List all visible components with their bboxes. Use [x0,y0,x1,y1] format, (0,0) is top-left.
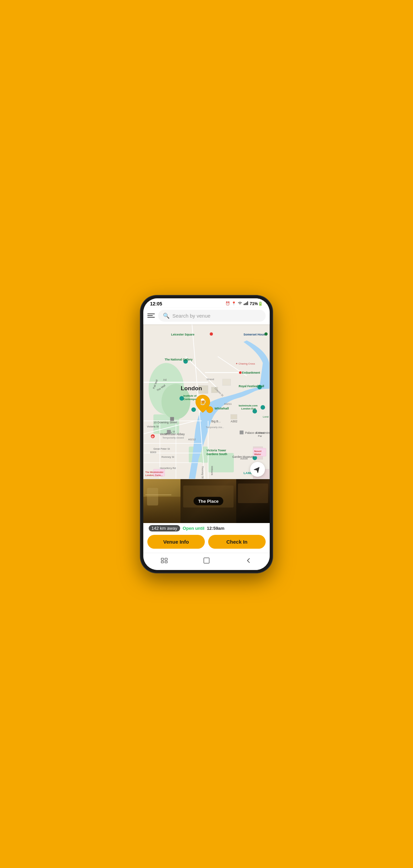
svg-text:Big B...: Big B... [211,420,221,423]
open-label: Open until [183,526,204,531]
bottom-nav-bar [143,553,270,570]
venue-info-button[interactable]: Venue Info [147,535,205,549]
venue-actions: Venue Info Check In [143,532,270,553]
svg-text:Great Peter St: Great Peter St [153,447,170,450]
svg-point-47 [210,332,213,336]
svg-rect-0 [244,304,245,305]
svg-text:⊖: ⊖ [151,435,154,438]
status-time: 12:05 [150,301,162,306]
svg-text:10 Downing Street: 10 Downing Street [153,421,177,424]
svg-text:Victoria Tower: Victoria Tower [206,449,226,452]
status-icons: ⏰ 📍 71%🔋 [225,301,263,306]
search-bar[interactable]: 🔍 Search by venue [143,308,270,324]
svg-text:Westminster Abbey: Westminster Abbey [160,432,185,436]
svg-marker-95 [254,466,261,473]
phone-frame: 12:05 ⏰ 📍 [141,296,272,573]
signal-icon [244,301,248,306]
search-placeholder: Search by venue [172,313,211,319]
venue-meta-row: 142 km away Open until 12:59am [143,523,270,532]
open-time: 12:59am [207,526,224,531]
svg-text:Millbank: Millbank [211,466,214,475]
svg-text:lastminute.com: lastminute.com [239,404,258,407]
svg-text:✦ Charing Cross: ✦ Charing Cross [236,362,255,365]
svg-text:Gardens South: Gardens South [206,452,227,456]
svg-rect-96 [161,558,164,560]
svg-rect-26 [230,414,237,419]
svg-rect-78 [240,430,243,434]
svg-text:Temporarily closed: Temporarily closed [163,436,184,439]
svg-text:A3212: A3212 [188,438,196,441]
svg-text:Victoria St: Victoria St [147,425,159,428]
recent-apps-button[interactable] [158,556,170,565]
svg-text:Somerset House: Somerset House [243,333,266,336]
svg-rect-98 [161,561,164,563]
svg-rect-97 [165,558,167,560]
svg-text:Embankment: Embankment [242,371,260,374]
venue-card-images: The Place [143,479,270,523]
svg-text:B303: B303 [150,450,156,453]
hamburger-menu-icon[interactable] [147,314,155,318]
svg-text:Royal Festival Hall: Royal Festival Hall [239,384,264,388]
svg-rect-25 [223,379,231,385]
wifi-icon [238,301,242,306]
svg-text:🍺: 🍺 [199,398,207,405]
svg-text:The National Gallery: The National Gallery [165,357,193,361]
svg-text:Lond: Lond [263,415,269,418]
svg-rect-65 [170,417,174,421]
search-icon: 🔍 [163,313,170,319]
search-input-wrap[interactable]: 🔍 Search by venue [158,310,266,322]
svg-text:Novot: Novot [254,449,262,452]
svg-text:Leicester Square: Leicester Square [171,333,194,336]
svg-rect-2 [246,302,247,305]
venue-distance: 142 km away [149,525,180,531]
svg-text:A3211: A3211 [224,402,232,405]
svg-text:Water: Water [254,453,261,456]
svg-text:A302: A302 [230,420,237,423]
svg-text:Temporarily clos...: Temporarily clos... [206,426,224,428]
home-button[interactable] [200,556,213,565]
location-icon: 📍 [232,301,236,306]
svg-rect-100 [204,558,209,563]
phone-screen: 12:05 ⏰ 📍 [143,298,270,570]
venue-card: The Place 142 km away Open until 12:59am… [143,479,270,553]
svg-point-49 [264,332,268,336]
svg-point-53 [239,371,242,374]
svg-text:A4: A4 [163,378,167,381]
svg-rect-1 [245,303,246,305]
svg-point-70 [261,405,265,409]
svg-text:Thorney St: Thorney St [201,466,204,478]
check-in-button[interactable]: Check In [208,535,266,549]
svg-rect-99 [165,561,167,563]
svg-text:Garden Museum: Garden Museum [232,455,254,458]
svg-rect-3 [247,301,248,305]
battery-icon: 71%🔋 [250,301,263,306]
svg-text:Archbis: Archbis [256,431,265,434]
navigate-button[interactable] [250,462,265,477]
svg-text:Whitehall: Whitehall [215,406,229,410]
back-button[interactable] [243,556,255,565]
svg-text:London, Curio...: London, Curio... [145,474,163,477]
alarm-icon: ⏰ [225,301,230,306]
status-bar: 12:05 ⏰ 📍 [143,298,270,308]
svg-text:Romney St: Romney St [162,455,175,458]
venue-hours: Open until 12:59am [183,526,225,531]
venue-name-badge: The Place [193,497,223,505]
map-area[interactable]: A4 A3211 A3212 A3036 B303 A302 Pall Mall… [143,324,270,479]
svg-text:Strand: Strand [206,377,214,380]
svg-text:London Eye: London Eye [241,407,256,410]
svg-text:Par: Par [258,435,262,438]
svg-text:London: London [181,385,202,392]
svg-text:The Westminster: The Westminster [145,471,164,473]
venue-map-marker[interactable]: 🍺 [195,394,211,415]
